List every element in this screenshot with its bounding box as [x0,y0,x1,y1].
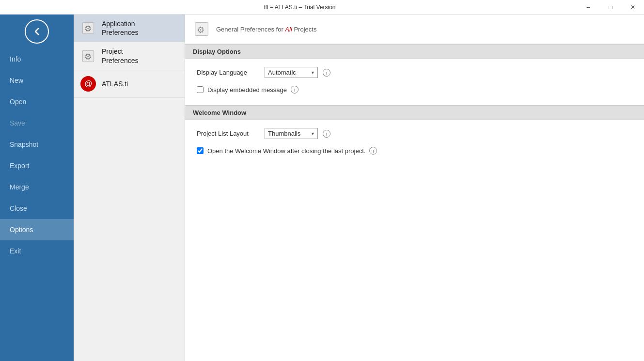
display-language-row: Display Language Automatic English Germa… [197,67,632,78]
sidebar-item-info[interactable]: Info [0,48,74,70]
display-language-info-icon[interactable]: i [323,69,330,77]
project-list-layout-select-wrap[interactable]: Thumbnails List Details [265,128,318,139]
atlas-ti-icon: @ [79,75,97,93]
content-header-text: General Preferences for All Projects [216,26,316,33]
svg-text:⚙: ⚙ [84,24,92,33]
application-preferences-label: ApplicationPreferences [102,19,138,37]
sidebar-item-options[interactable]: Options [0,219,74,240]
sidebar-mid: ⚙ ApplicationPreferences ⚙ ProjectPrefer… [74,15,185,361]
sidebar-nav: Info New Open Save Snapshot Export Merge… [0,48,74,361]
sidebar-item-merge[interactable]: Merge [0,176,74,198]
sidebar-item-new[interactable]: New [0,70,74,91]
display-embedded-message-checkbox[interactable] [197,86,204,93]
welcome-window-body: Project List Layout Thumbnails List Deta… [185,120,644,166]
content-header: ⚙ General Preferences for All Projects [185,15,644,44]
mid-item-project-preferences[interactable]: ⚙ ProjectPreferences [74,42,185,70]
display-language-select-wrap[interactable]: Automatic English German French Spanish [265,67,318,78]
project-list-layout-label: Project List Layout [197,130,260,137]
sidebar-item-exit[interactable]: Exit [0,240,74,262]
project-list-layout-select[interactable]: Thumbnails List Details [265,128,318,139]
main-layout: Info New Open Save Snapshot Export Merge… [0,15,644,361]
back-button[interactable] [25,19,49,44]
display-language-label: Display Language [197,69,260,76]
project-preferences-label: ProjectPreferences [102,47,138,64]
sidebar-item-open[interactable]: Open [0,91,74,112]
window-title: fff – ATLAS.ti – Trial Version [22,4,577,11]
sidebar-item-snapshot[interactable]: Snapshot [0,134,74,155]
svg-text:⚙: ⚙ [84,52,92,61]
content-area: ⚙ General Preferences for All Projects D… [185,15,644,361]
minimize-button[interactable]: – [577,0,599,15]
title-bar: fff – ATLAS.ti – Trial Version – □ ✕ [0,0,644,15]
display-embedded-message-row: Display embedded message i [197,86,632,94]
display-options-header: Display Options [185,44,644,59]
open-welcome-window-info-icon[interactable]: i [369,147,377,155]
welcome-window-header: Welcome Window [185,105,644,120]
sidebar-left: Info New Open Save Snapshot Export Merge… [0,15,74,361]
project-list-layout-info-icon[interactable]: i [323,130,330,138]
project-list-layout-row: Project List Layout Thumbnails List Deta… [197,128,632,139]
display-embedded-message-label: Display embedded message [207,86,287,94]
sidebar-item-save: Save [0,112,74,134]
atlas-logo: @ [80,76,96,92]
display-embedded-message-info-icon[interactable]: i [291,86,298,94]
svg-text:⚙: ⚙ [197,25,204,35]
project-preferences-icon: ⚙ [79,47,97,65]
sidebar-item-close[interactable]: Close [0,198,74,219]
display-language-select[interactable]: Automatic English German French Spanish [265,67,318,78]
maximize-button[interactable]: □ [599,0,622,15]
atlas-ti-label: ATLAS.ti [102,79,128,88]
content-header-icon: ⚙ [193,20,210,38]
application-preferences-icon: ⚙ [79,19,97,37]
window-controls: – □ ✕ [577,0,644,14]
open-welcome-window-label: Open the Welcome Window after closing th… [207,147,365,155]
mid-item-application-preferences[interactable]: ⚙ ApplicationPreferences [74,15,185,42]
open-welcome-window-row: Open the Welcome Window after closing th… [197,147,632,155]
close-button[interactable]: ✕ [622,0,644,15]
display-options-body: Display Language Automatic English Germa… [185,59,644,105]
open-welcome-window-checkbox[interactable] [197,147,204,154]
mid-item-atlas-ti[interactable]: @ ATLAS.ti [74,70,185,98]
sidebar-item-export[interactable]: Export [0,155,74,176]
all-highlight: All [285,26,292,33]
